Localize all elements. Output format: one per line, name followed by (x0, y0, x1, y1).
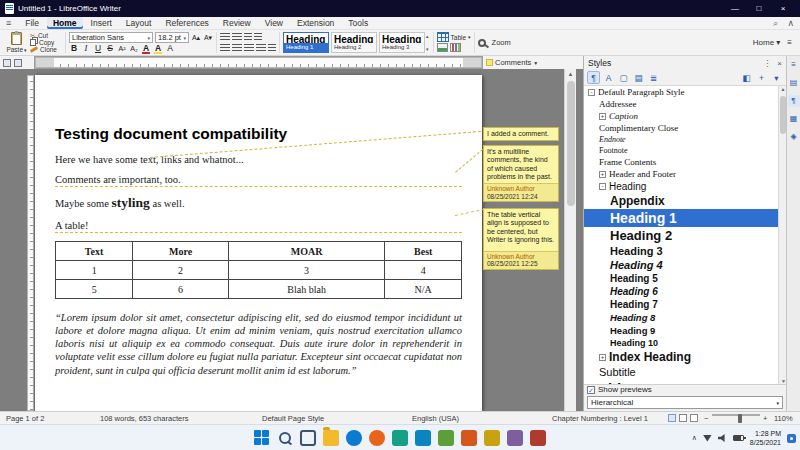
underline-button[interactable]: U (93, 43, 103, 54)
menu-tab-references[interactable]: References (159, 17, 214, 29)
menu-tab-tools[interactable]: Tools (342, 17, 374, 29)
taskbar-libreoffice-base-button[interactable] (507, 430, 523, 446)
fill-format-icon[interactable]: ◧ (740, 71, 753, 84)
zoom-percent[interactable]: 110% (774, 414, 793, 423)
zoom-slider[interactable] (712, 414, 760, 416)
align-center-icon[interactable] (232, 44, 242, 52)
insert-image-icon[interactable] (437, 43, 448, 52)
collapse-toolbar-icon[interactable]: ∧ (787, 18, 794, 29)
gallery-deck-icon[interactable]: ▦ (788, 113, 800, 125)
bullet-list-icon[interactable] (220, 33, 230, 41)
clock[interactable]: 1:28 PM 8/25/2021 (750, 429, 781, 447)
frame-styles-icon[interactable]: ▢ (617, 71, 630, 84)
decrease-indent-icon[interactable] (244, 33, 252, 41)
taskbar-start-button[interactable] (254, 430, 270, 446)
taskbar-firefox-button[interactable] (369, 430, 385, 446)
volume-icon[interactable] (718, 434, 727, 442)
cut-button[interactable]: ✂Cut (30, 32, 62, 39)
style-list-item-heading-9[interactable]: Heading 9 (584, 324, 787, 337)
highlight-color-button[interactable]: A (153, 43, 163, 54)
page-styles-icon[interactable]: ▤ (632, 71, 645, 84)
style-list-item-caption[interactable]: +Caption (584, 110, 787, 122)
toolbar-menu-icon[interactable]: ≡ (787, 38, 792, 47)
menu-tab-home[interactable]: Home (47, 17, 83, 29)
menu-tab-extension[interactable]: Extension (291, 17, 340, 29)
show-previews-checkbox[interactable]: ✓ (587, 386, 595, 394)
style-preview-heading-1[interactable]: HeadingHeading 1 (283, 32, 329, 53)
style-list-item-heading-4[interactable]: Heading 4 (584, 258, 787, 272)
style-list-item-complimentary-close[interactable]: Complimentary Close (584, 122, 787, 134)
zoom-in-button[interactable]: + (763, 414, 767, 423)
comment-card[interactable]: I added a comment. (483, 127, 559, 141)
style-preview-heading-3[interactable]: HeadingHeading 3 (379, 32, 425, 53)
justify-icon[interactable] (256, 44, 266, 52)
language-status[interactable]: English (USA) (412, 414, 459, 423)
style-list-item-footnote[interactable]: Footnote (584, 145, 787, 156)
hidden-icons-chevron[interactable]: ∧ (692, 434, 697, 442)
zoom-button[interactable]: Zoom (478, 37, 511, 48)
page-count-status[interactable]: Page 1 of 2 (6, 414, 44, 423)
style-filter-combo[interactable]: Hierarchical ▾ (587, 396, 783, 409)
menu-tab-file[interactable]: File (19, 17, 45, 29)
menu-tab-view[interactable]: View (259, 17, 289, 29)
close-button[interactable]: × (771, 0, 795, 17)
maximize-button[interactable]: □ (747, 0, 771, 17)
style-list-item-heading-2[interactable]: Heading 2 (584, 227, 787, 244)
taskbar-libreoffice-math-button[interactable] (530, 430, 546, 446)
paragraph-styles-icon[interactable]: ¶ (587, 71, 600, 84)
grow-font-button[interactable]: A▴ (191, 32, 201, 43)
menu-tab-insert[interactable]: Insert (85, 17, 118, 29)
new-style-icon[interactable]: + (755, 71, 768, 84)
book-view-icon[interactable] (690, 414, 698, 422)
style-preview-heading-2[interactable]: HeadingHeading 2 (331, 32, 377, 53)
taskbar-libreoffice-impress-button[interactable] (461, 430, 477, 446)
wifi-icon[interactable] (703, 435, 712, 442)
show-previews-option[interactable]: ✓ Show previews (587, 385, 783, 394)
sidebar-settings-icon[interactable]: ≡ (788, 59, 800, 71)
insert-table-button[interactable]: Table ▾ (437, 32, 471, 43)
notifications-icon[interactable] (787, 434, 796, 443)
style-list-item-heading-1[interactable]: Heading 1 (584, 209, 787, 227)
properties-deck-icon[interactable]: ▤ (788, 77, 800, 89)
formatting-marks-icon[interactable] (3, 59, 11, 67)
insert-chart-icon[interactable] (450, 43, 461, 52)
clear-formatting-button[interactable]: A (165, 43, 175, 54)
styles-deck-icon[interactable]: ¶ (788, 95, 800, 107)
style-list-item-heading-7[interactable]: Heading 7 (584, 298, 787, 311)
style-gallery-down-icon[interactable]: ▾ (426, 46, 429, 52)
battery-icon[interactable] (733, 435, 744, 441)
style-list-item-heading-10[interactable]: Heading 10 (584, 337, 787, 349)
numbered-list-icon[interactable] (232, 33, 242, 41)
multi-page-view-icon[interactable] (679, 414, 687, 422)
document-scrollbar[interactable]: ▲ (564, 69, 576, 411)
zoom-out-button[interactable]: − (704, 414, 708, 423)
menu-icon[interactable]: ≡ (6, 18, 11, 28)
document-page[interactable]: Testing document compatibility Here we h… (35, 75, 482, 411)
taskbar-edge-button[interactable] (346, 430, 362, 446)
comments-toggle-button[interactable]: Comments ▼ (483, 56, 583, 69)
style-list-item-subtitle[interactable]: Subtitle (584, 365, 787, 379)
font-name-combo[interactable]: Liberation Sans▾ (69, 32, 153, 43)
scrollbar-thumb[interactable] (567, 81, 575, 206)
subscript-button[interactable]: A₂ (129, 43, 139, 54)
style-list-item-appendix[interactable]: Appendix (584, 193, 787, 209)
font-size-combo[interactable]: 18.2 pt▾ (155, 32, 189, 43)
taskbar-task-view-button[interactable] (300, 430, 316, 446)
align-right-icon[interactable] (244, 44, 254, 52)
align-left-icon[interactable] (220, 44, 230, 52)
panel-menu-icon[interactable]: ⋮ (763, 59, 771, 68)
shrink-font-button[interactable]: A▾ (203, 32, 213, 43)
list-styles-icon[interactable]: ≣ (647, 71, 660, 84)
style-list-item-heading-5[interactable]: Heading 5 (584, 272, 787, 285)
paste-button[interactable]: Paste▾ (3, 31, 30, 54)
panel-close-icon[interactable]: × (777, 59, 782, 68)
navigator-deck-icon[interactable]: ◈ (788, 131, 800, 143)
taskbar-libreoffice-start-button[interactable] (392, 430, 408, 446)
style-list-item-frame-contents[interactable]: Frame Contents (584, 156, 787, 168)
style-list-item-addressee[interactable]: Addressee (584, 98, 787, 110)
menu-tab-layout[interactable]: Layout (120, 17, 158, 29)
home-menu-button[interactable]: Home ▾ (753, 38, 781, 47)
copy-button[interactable]: Copy (30, 39, 62, 46)
tree-expander-icon[interactable]: - (588, 89, 595, 96)
tree-expander-icon[interactable]: + (599, 354, 606, 361)
